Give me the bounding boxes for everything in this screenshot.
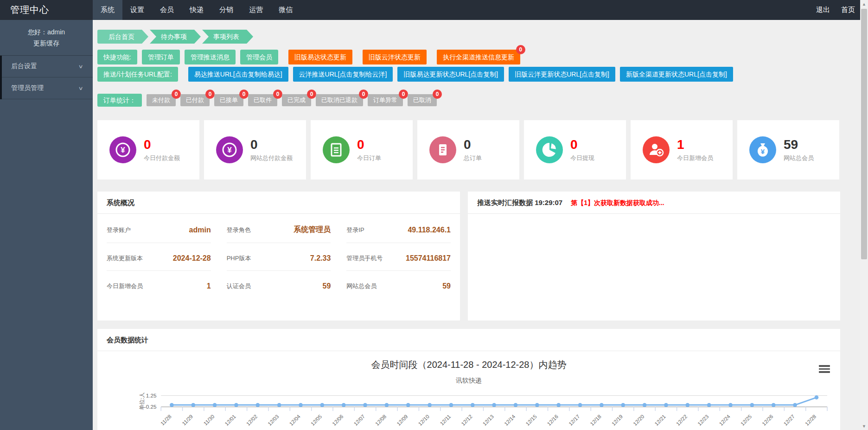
yunyang-status-update-button[interactable]: 旧版云洋状态更新	[363, 50, 427, 64]
push-report-title-text: 推送实时汇报数据	[477, 199, 533, 206]
svg-text:12/24: 12/24	[718, 413, 731, 426]
nav-item-settings[interactable]: 设置	[122, 0, 152, 20]
field-value: 2024-12-28	[173, 254, 211, 263]
nav-item-operation[interactable]: 运营	[241, 0, 271, 20]
scroll-down-icon[interactable]: ▼	[860, 422, 868, 430]
stat-label: 今日新增会员	[677, 154, 713, 162]
order-completed-button[interactable]: 已完成0	[282, 94, 311, 106]
svg-text:12/06: 12/06	[331, 413, 344, 426]
svg-text:1.25: 1.25	[146, 392, 157, 398]
stat-value: 0	[570, 138, 594, 152]
field-value: 15574116817	[406, 254, 451, 263]
yunyang-update-status-url-button[interactable]: 旧版云洋更新状态URL[点击复制]	[509, 67, 615, 82]
sys-cell-php-version: PHP版本7.2.33	[227, 243, 331, 271]
manage-members-button[interactable]: 管理会员	[240, 50, 278, 64]
order-paid-button[interactable]: 已付款0	[180, 94, 210, 106]
scrollbar-thumb[interactable]	[861, 9, 867, 259]
svg-text:¥: ¥	[761, 148, 765, 155]
stat-value: 0	[357, 138, 381, 152]
main-menu: 系统 设置 会员 快递 分销 运营 微信	[93, 0, 300, 20]
svg-text:11/30: 11/30	[203, 413, 216, 426]
quick-actions-label: 快捷功能:	[97, 50, 137, 64]
all-channel-update-status-url-button[interactable]: 新版全渠道更新状态URL[点击复制]	[620, 67, 733, 82]
order-cancelled-refunded-button[interactable]: 已取消已退款0	[316, 94, 363, 106]
field-value: 系统管理员	[294, 225, 331, 235]
order-unpaid-button[interactable]: 未付款0	[147, 94, 176, 106]
svg-text:-0.25: -0.25	[144, 404, 157, 410]
chart-menu-icon[interactable]	[819, 365, 830, 374]
order-cancelled-button[interactable]: 已取消0	[408, 94, 437, 106]
svg-text:12/23: 12/23	[696, 413, 709, 426]
sidebar-item-backend-settings[interactable]: 后台设置 ∨	[2, 56, 93, 77]
svg-text:12/10: 12/10	[417, 413, 430, 426]
svg-text:12/07: 12/07	[353, 413, 366, 426]
stat-value: 0	[144, 138, 180, 152]
nav-item-members[interactable]: 会员	[152, 0, 182, 20]
svg-text:11/29: 11/29	[181, 413, 194, 426]
push-report-message: 第【1】次获取新数据获取成功...	[571, 199, 664, 207]
manage-orders-button[interactable]: 管理订单	[142, 50, 180, 64]
svg-text:12/20: 12/20	[632, 413, 645, 426]
nav-item-system[interactable]: 系统	[93, 0, 122, 20]
sidebar-item-label: 后台设置	[11, 62, 37, 71]
nav-item-distribution[interactable]: 分销	[211, 0, 241, 20]
svg-text:12/13: 12/13	[482, 413, 495, 426]
field-label: 登录IP	[346, 226, 364, 234]
chevron-down-icon: ∨	[78, 85, 83, 91]
sys-cell-total-members: 网站总会员59	[346, 271, 451, 298]
push-report-time: 19:29:07	[535, 199, 562, 206]
nav-item-wechat[interactable]: 微信	[271, 0, 300, 20]
stat-value: 59	[784, 138, 814, 152]
stat-cards-row: ¥ 0今日付款金额 ¥ 0网站总付款金额 0今日订单 0总订单	[97, 120, 840, 180]
field-value: 7.2.33	[310, 254, 331, 263]
nav-item-express[interactable]: 快递	[182, 0, 211, 20]
all-channel-push-update-button[interactable]: 执行全渠道推送信息更新 0	[437, 50, 520, 64]
chart-plot-area: 1.25-0.25单位:人11/2811/2911/3012/0112/0212…	[107, 390, 831, 430]
refresh-cache-link[interactable]: 更新缓存	[0, 39, 93, 48]
breadcrumb-todo[interactable]: 待办事项	[150, 30, 201, 44]
system-overview-panel: 系统概况 登录账户admin 登录角色系统管理员 登录IP49.118.246.…	[97, 192, 460, 321]
stat-value: 0	[464, 138, 482, 152]
breadcrumb-home[interactable]: 后台首页	[97, 30, 148, 44]
yunyang-push-url-button[interactable]: 云洋推送URL[点击复制给云洋]	[293, 67, 393, 82]
home-link[interactable]: 首页	[841, 6, 855, 14]
sys-cell-today-new-members: 今日新增会员1	[107, 271, 211, 298]
svg-text:12/09: 12/09	[396, 413, 408, 426]
scroll-up-icon[interactable]: ▲	[860, 0, 868, 8]
system-overview-title: 系统概况	[97, 192, 460, 214]
window-scrollbar[interactable]: ▲ ▼	[860, 0, 868, 430]
button-label: 已付款	[186, 96, 204, 103]
sidebar-item-admin-management[interactable]: 管理员管理 ∨	[2, 77, 93, 99]
receipt-icon	[429, 136, 456, 163]
field-label: 登录账户	[107, 226, 131, 234]
sys-cell-admin-phone: 管理员手机号15574116817	[346, 243, 451, 271]
field-value: 59	[442, 282, 451, 290]
button-label: 已取消	[413, 96, 431, 103]
count-badge: 0	[205, 90, 215, 99]
order-abnormal-button[interactable]: 订单异常0	[368, 94, 403, 106]
stat-label: 今日付款金额	[144, 154, 180, 162]
app-title: 管理中心	[0, 0, 93, 20]
svg-text:12/01: 12/01	[224, 413, 237, 426]
yida-update-status-url-button[interactable]: 旧版易达更新状态URL[点击复制]	[397, 67, 504, 82]
chart-subtitle: 讯软快递	[107, 377, 831, 385]
member-stats-panel: 会员数据统计 会员时间段（2024-11-28 - 2024-12-28）内趋势…	[97, 329, 840, 430]
button-label: 执行全渠道推送信息更新	[443, 53, 514, 61]
breadcrumb-list[interactable]: 事项列表	[202, 30, 253, 44]
stat-card-total-members: ¥ 59网站总会员	[737, 120, 839, 180]
order-picked-button[interactable]: 已取件0	[248, 94, 277, 106]
stat-label: 总订单	[464, 154, 482, 162]
logout-link[interactable]: 退出	[816, 6, 830, 14]
order-accepted-button[interactable]: 已接单0	[214, 94, 243, 106]
svg-text:12/03: 12/03	[267, 413, 280, 426]
svg-text:12/18: 12/18	[589, 413, 602, 426]
manage-push-messages-button[interactable]: 管理推送消息	[185, 50, 236, 64]
sidebar-greeting: 您好：admin	[28, 28, 65, 36]
field-label: 系统更新版本	[107, 254, 143, 263]
yida-status-update-button[interactable]: 旧版易达状态更新	[288, 50, 352, 64]
stat-label: 今日提现	[570, 154, 594, 162]
quick-actions-row: 快捷功能: 管理订单 管理推送消息 管理会员 旧版易达状态更新 旧版云洋状态更新…	[97, 50, 840, 64]
yida-push-url-button[interactable]: 易达推送URL[点击复制给易达]	[188, 67, 288, 82]
sys-cell-login-role: 登录角色系统管理员	[227, 214, 331, 243]
svg-text:¥: ¥	[121, 146, 125, 154]
